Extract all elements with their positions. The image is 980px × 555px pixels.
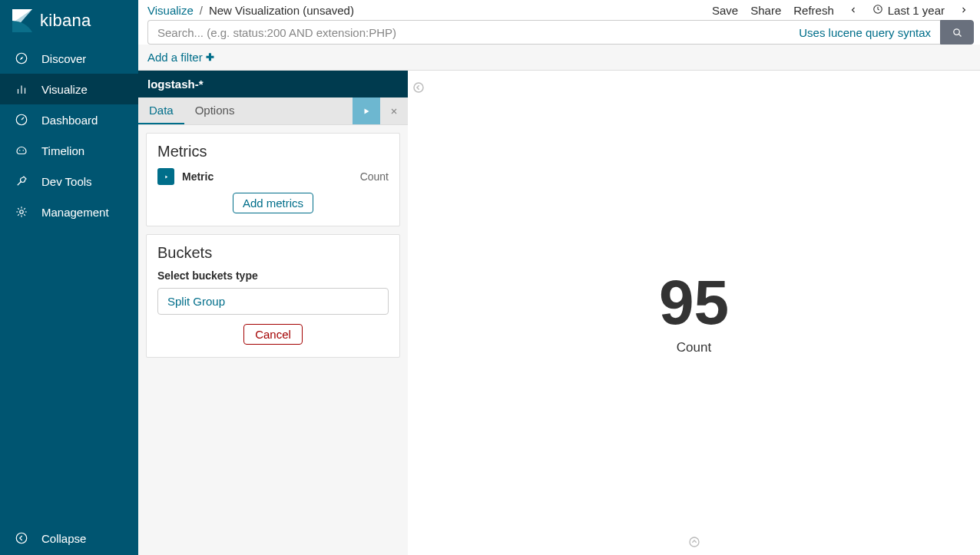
svg-marker-3 <box>20 57 24 61</box>
bar-chart-icon <box>14 81 29 97</box>
metric-agg-value: Count <box>360 170 389 183</box>
metrics-card: Metrics Metric Count Add metrics <box>146 133 400 226</box>
nav-label: Discover <box>41 52 86 65</box>
nav-dashboard[interactable]: Dashboard <box>0 104 138 135</box>
discard-changes-button[interactable] <box>380 97 408 124</box>
search-icon <box>952 27 963 38</box>
workspace: logstash-* Data Options Metrics <box>138 71 980 555</box>
svg-point-10 <box>23 150 25 151</box>
nav-label: Visualize <box>41 83 88 96</box>
time-next-button[interactable] <box>957 3 971 17</box>
save-button[interactable]: Save <box>712 4 738 17</box>
svg-point-9 <box>19 150 21 151</box>
close-icon <box>389 107 399 116</box>
breadcrumb-root[interactable]: Visualize <box>147 4 194 17</box>
sidebar-collapse[interactable]: Collapse <box>0 521 138 555</box>
breadcrumb-current: New Visualization (unsaved) <box>209 4 354 17</box>
svg-point-11 <box>20 210 24 214</box>
tab-data[interactable]: Data <box>138 97 184 124</box>
metric-visualization: 95 Count <box>659 271 729 355</box>
nav-visualize[interactable]: Visualize <box>0 74 138 104</box>
add-filter-label: Add a filter <box>147 51 203 64</box>
buckets-select-label: Select buckets type <box>157 269 389 282</box>
chevron-left-circle-icon <box>412 81 425 94</box>
gear-icon <box>14 204 29 220</box>
caret-right-icon <box>164 173 169 180</box>
search-row: Uses lucene query syntax <box>138 20 980 45</box>
nav-management[interactable]: Management <box>0 197 138 227</box>
nav-label: Timelion <box>41 144 84 157</box>
nav-label: Dev Tools <box>41 175 92 188</box>
brand-row: kibana <box>0 0 138 43</box>
svg-point-20 <box>414 83 423 92</box>
nav: Discover Visualize Dashboard Timelion De… <box>0 43 138 227</box>
share-button[interactable]: Share <box>750 4 781 17</box>
search-submit-button[interactable] <box>940 20 974 45</box>
plus-icon: ✚ <box>206 51 214 63</box>
compass-icon <box>14 51 29 66</box>
nav-discover[interactable]: Discover <box>0 43 138 74</box>
visualization-canvas: 95 Count <box>408 71 980 555</box>
apply-changes-button[interactable] <box>353 97 380 124</box>
gauge-icon <box>14 112 29 127</box>
buckets-title: Buckets <box>157 244 389 262</box>
config-scroll: Metrics Metric Count Add metrics Buckets <box>138 125 408 365</box>
buckets-card: Buckets Select buckets type Split Group … <box>146 234 400 358</box>
cancel-button[interactable]: Cancel <box>243 324 303 345</box>
nav-label: Management <box>41 206 109 219</box>
time-prev-button[interactable] <box>846 3 860 17</box>
svg-marker-19 <box>165 175 167 178</box>
lucene-syntax-link[interactable]: Uses lucene query syntax <box>799 26 931 39</box>
nav-label: Dashboard <box>41 114 98 127</box>
svg-point-12 <box>16 533 27 543</box>
time-picker[interactable]: Last 1 year <box>872 4 945 17</box>
breadcrumb-sep: / <box>200 4 203 17</box>
svg-marker-16 <box>365 108 369 114</box>
metric-row[interactable]: Metric Count <box>157 168 389 185</box>
breadcrumb: Visualize / New Visualization (unsaved) <box>147 4 707 17</box>
metric-value: 95 <box>659 271 729 334</box>
svg-marker-1 <box>12 9 32 23</box>
metric-expand-button[interactable] <box>157 168 174 185</box>
sidebar: kibana Discover Visualize Dashboard Time… <box>0 0 138 555</box>
index-pattern-header[interactable]: logstash-* <box>138 71 408 97</box>
bucket-type-option[interactable]: Split Group <box>157 288 389 315</box>
metric-label: Metric <box>182 170 353 183</box>
time-range-label: Last 1 year <box>888 4 945 17</box>
metric-label: Count <box>659 340 729 355</box>
tab-options[interactable]: Options <box>184 97 246 124</box>
config-panel: logstash-* Data Options Metrics <box>138 71 408 555</box>
search-wrap: Uses lucene query syntax <box>147 20 940 45</box>
add-metrics-button[interactable]: Add metrics <box>233 193 313 213</box>
chevron-up-circle-icon <box>688 536 700 548</box>
main: Visualize / New Visualization (unsaved) … <box>138 0 980 555</box>
clock-icon <box>872 4 883 17</box>
brand-text: kibana <box>40 11 91 31</box>
metrics-title: Metrics <box>157 143 389 160</box>
kibana-logo-icon <box>12 9 32 32</box>
refresh-button[interactable]: Refresh <box>793 4 834 17</box>
svg-line-8 <box>22 117 24 120</box>
timelion-icon <box>14 143 29 158</box>
collapse-left-icon <box>14 530 29 546</box>
nav-timelion[interactable]: Timelion <box>0 135 138 166</box>
nav-devtools[interactable]: Dev Tools <box>0 166 138 197</box>
topbar: Visualize / New Visualization (unsaved) … <box>138 0 980 20</box>
scroll-top-button[interactable] <box>688 536 700 550</box>
svg-point-21 <box>690 537 699 547</box>
panel-collapse-button[interactable] <box>412 81 425 96</box>
wrench-icon <box>14 173 29 189</box>
collapse-label: Collapse <box>41 532 86 545</box>
svg-line-15 <box>958 34 961 36</box>
filter-bar: Add a filter ✚ <box>138 45 980 71</box>
config-tabs: Data Options <box>138 97 408 125</box>
svg-point-14 <box>953 28 959 35</box>
play-icon <box>362 107 371 116</box>
add-filter-button[interactable]: Add a filter ✚ <box>147 51 214 64</box>
top-actions: Save Share Refresh Last 1 year <box>712 3 975 17</box>
